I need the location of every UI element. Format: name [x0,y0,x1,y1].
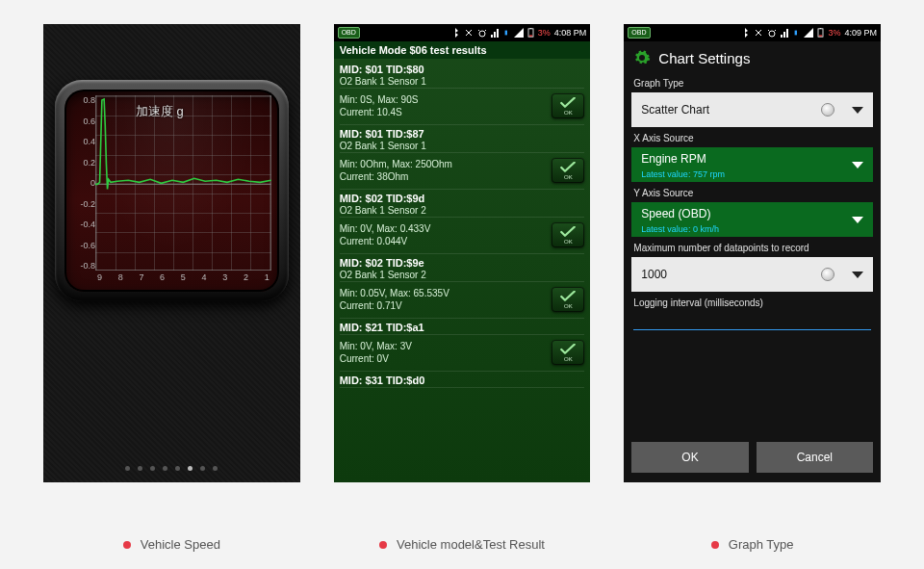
graph-type-value: Scatter Chart [641,103,821,116]
section-label-y-axis: Y Axis Source [624,184,881,200]
test-mid-tid: MID: $02 TID:$9e [340,257,585,269]
ok-button[interactable]: OK [631,442,748,473]
section-label-x-axis: X Axis Source [624,129,881,145]
vibrate-icon [754,28,763,38]
test-result-row[interactable]: Min: 0.05V, Max: 65.535VCurrent: 0.71VOK [340,282,585,319]
test-header[interactable]: MID: $21 TID:$a1 [340,319,585,335]
x-axis-value: Engine RPM [641,152,852,166]
x-tick: 8 [118,272,123,286]
status-bar: OBD 3% 4:08 PM [334,24,591,41]
phone-1-vehicle-speed: 加速度 g 0.8 0.6 0.4 0.2 0 -0.2 -0.4 -0.6 -… [43,24,300,482]
phone-2-test-results: OBD 3% 4:08 PM Vehicle Mode $06 test res… [334,24,591,482]
y-tick: -0.6 [70,241,95,250]
check-icon [559,291,577,302]
pager-dot[interactable] [213,466,218,471]
caption-phone-3: Graph Type [624,537,881,552]
battery-icon [527,28,534,38]
x-axis-ticks: 9 8 7 6 5 4 3 2 1 [97,272,270,286]
signal-icon [781,28,790,38]
test-results-list[interactable]: MID: $01 TID:$80O2 Bank 1 Sensor 1Min: 0… [334,59,591,388]
ok-badge: OK [552,222,584,247]
svg-rect-5 [529,36,532,37]
interval-input[interactable] [633,310,871,330]
test-result-row[interactable]: Min: 0V, Max: 3VCurrent: 0VOK [340,335,585,372]
ok-badge: OK [552,340,584,365]
y-tick: -0.2 [70,199,95,209]
ok-badge: OK [552,158,584,183]
pager-dot[interactable] [188,466,192,471]
test-subtitle: O2 Bank 1 Sensor 2 [340,270,585,280]
chart-line [95,95,271,273]
battery-icon [817,28,824,38]
test-header[interactable]: MID: $01 TID:$80O2 Bank 1 Sensor 1 [340,61,585,89]
gear-icon [633,49,651,66]
test-mid-tid: MID: $21 TID:$a1 [340,322,585,333]
y-tick: 0.8 [70,95,95,105]
max-points-value: 1000 [641,268,821,281]
test-header[interactable]: MID: $31 TID:$d0 [340,372,585,388]
clock: 4:09 PM [844,28,877,38]
caption-phone-1: Vehicle Speed [43,537,300,552]
x-tick: 6 [160,272,165,286]
test-mid-tid: MID: $01 TID:$87 [340,128,585,140]
bullet-icon [711,541,719,549]
ok-label: OK [564,239,573,245]
max-points-spinner[interactable]: 1000 [631,257,873,292]
gauge-panel: 加速度 g 0.8 0.6 0.4 0.2 0 -0.2 -0.4 -0.6 -… [64,90,279,292]
vibrate-icon [464,28,474,38]
pager-dot[interactable] [150,466,155,471]
test-result-row[interactable]: Min: 0Ohm, Max: 250OhmCurrent: 38OhmOK [340,153,585,190]
pager-dot[interactable] [200,466,205,471]
test-mid-tid: MID: $31 TID:$d0 [340,375,585,386]
battery-percent: 3% [828,28,840,38]
test-current: Current: 0.71V [340,299,449,312]
captions-row: Vehicle Speed Vehicle model&Test Result … [0,537,924,552]
radio-icon [821,103,834,116]
test-mid-tid: MID: $02 TID:$9d [340,193,585,204]
test-header[interactable]: MID: $02 TID:$9eO2 Bank 1 Sensor 2 [340,254,585,282]
battery-percent: 3% [538,28,551,38]
test-current: Current: 0.044V [340,235,431,247]
x-tick: 9 [97,272,102,286]
gauge-bezel: 加速度 g 0.8 0.6 0.4 0.2 0 -0.2 -0.4 -0.6 -… [55,80,289,301]
y-tick: -0.8 [70,261,95,271]
chevron-down-icon [852,272,863,278]
pager-dot[interactable] [163,466,167,471]
svg-rect-7 [795,31,797,36]
page-indicator[interactable] [43,466,300,471]
status-bar: OBD 3% 4:09 PM [624,24,881,41]
x-axis-spinner[interactable]: Engine RPM Latest value: 757 rpm [631,147,873,182]
check-icon [559,226,577,238]
obd-badge-icon: OBD [338,27,360,39]
ok-label: OK [564,303,573,309]
ok-label: OK [564,174,573,180]
test-current: Current: 0V [340,352,412,365]
pager-dot[interactable] [175,466,180,471]
test-result-row[interactable]: Min: 0S, Max: 90SCurrent: 10.4SOK [340,89,585,125]
y-tick: 0.6 [70,116,95,126]
bullet-icon [123,541,131,549]
pager-dot[interactable] [125,466,130,471]
svg-rect-9 [820,28,822,29]
cancel-button[interactable]: Cancel [757,442,873,473]
dialog-title: Chart Settings [658,50,750,66]
x-tick: 1 [265,272,270,286]
check-icon [559,344,577,355]
graph-type-spinner[interactable]: Scatter Chart [631,92,873,127]
screen-title: Vehicle Mode $06 test results [334,41,591,59]
x-tick: 2 [244,272,248,286]
section-label-max-points: Maximum number of datapoints to record [624,239,881,255]
test-header[interactable]: MID: $01 TID:$87O2 Bank 1 Sensor 1 [340,125,585,153]
cell-icon [514,28,524,38]
test-subtitle: O2 Bank 1 Sensor 2 [340,205,585,216]
x-tick: 7 [139,272,143,286]
bluetooth-icon [450,28,460,38]
ok-badge: OK [552,93,584,118]
section-label-graph-type: Graph Type [624,74,881,91]
y-axis-spinner[interactable]: Speed (OBD) Latest value: 0 km/h [631,202,873,237]
test-header[interactable]: MID: $02 TID:$9dO2 Bank 1 Sensor 2 [340,190,585,218]
pager-dot[interactable] [138,466,142,471]
test-result-row[interactable]: Min: 0V, Max: 0.433VCurrent: 0.044VOK [340,218,585,254]
test-current: Current: 38Ohm [340,170,452,183]
x-tick: 3 [222,272,227,286]
